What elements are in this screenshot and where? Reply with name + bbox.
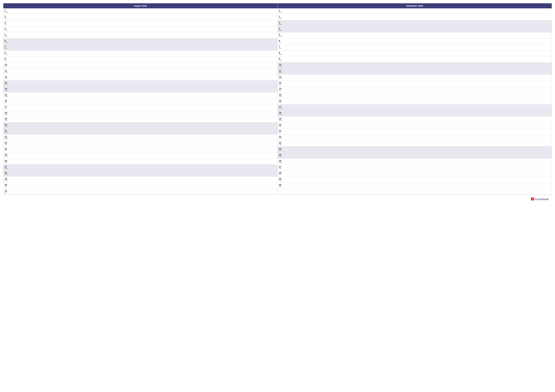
day-number: 26	[5, 160, 8, 162]
day-name: MON	[5, 54, 8, 55]
day-row[interactable]: 23DIE	[3, 141, 278, 147]
day-row[interactable]: 16FRE	[278, 99, 552, 105]
day-row[interactable]: 21SON	[3, 128, 278, 135]
day-number: 4	[5, 28, 8, 30]
day-info: 6SAM	[5, 40, 8, 43]
day-row[interactable]: 3MIT	[3, 20, 278, 26]
day-row[interactable]: 21MIT	[278, 128, 552, 135]
day-info: 12FRE	[5, 76, 8, 79]
day-name: SON	[5, 174, 8, 175]
day-name: MIT	[279, 90, 283, 91]
day-row[interactable]: 1DON	[278, 8, 552, 14]
day-row[interactable]: 25SON	[278, 153, 552, 158]
day-row[interactable]: 2FRE	[278, 14, 552, 20]
day-row[interactable]: 17SAM	[278, 105, 552, 110]
day-row[interactable]: 13DIE	[278, 80, 552, 86]
day-info: 25SON	[279, 154, 283, 157]
day-row[interactable]: 26MON	[278, 158, 552, 164]
day-row[interactable]: 1MON	[3, 8, 278, 14]
day-row[interactable]: 30FRE	[278, 183, 552, 189]
day-number: 23	[279, 142, 283, 144]
day-row[interactable]: 8DON	[278, 50, 552, 57]
day-row[interactable]: 29MON	[3, 177, 278, 183]
day-info: 1DON	[279, 9, 283, 13]
day-row[interactable]: 11SON	[278, 68, 552, 74]
day-row[interactable]: 19FRE	[3, 116, 278, 122]
day-row[interactable]: 7SON	[3, 44, 278, 50]
day-row[interactable]: 27SAM	[3, 164, 278, 171]
day-row[interactable]: 3SAM	[278, 20, 552, 26]
day-name: MIT	[279, 174, 283, 175]
day-number: 14	[279, 88, 283, 90]
day-info: 13DIE	[279, 82, 283, 85]
day-row[interactable]: 12FRE	[3, 74, 278, 80]
day-row[interactable]: 5FRE	[3, 32, 278, 38]
day-row[interactable]: 20DIE	[278, 122, 552, 128]
day-row[interactable]: 27DIE	[278, 164, 552, 171]
day-name: SAM	[279, 24, 283, 25]
day-row[interactable]: 18SON	[278, 110, 552, 116]
day-info: 14MIT	[279, 88, 283, 91]
day-number: 22	[5, 136, 8, 138]
day-name: SAM	[279, 108, 283, 109]
day-row[interactable]: 6SAM	[3, 38, 278, 44]
day-row[interactable]: 19MON	[278, 116, 552, 122]
day-row[interactable]: 18DON	[3, 110, 278, 116]
day-name: SON	[279, 114, 283, 115]
day-number: 3	[5, 21, 8, 24]
day-name: SAM	[279, 66, 283, 67]
day-info: 27SAM	[5, 166, 8, 169]
day-row[interactable]: 22DON	[278, 135, 552, 141]
day-row[interactable]: 30DIE	[3, 183, 278, 189]
day-number: 16	[279, 100, 283, 102]
day-info: 28SON	[5, 172, 8, 175]
day-info: 11SON	[279, 70, 283, 73]
day-name: SON	[5, 48, 8, 49]
day-row[interactable]: 5MON	[278, 32, 552, 38]
day-info: 3SAM	[279, 21, 283, 25]
day-row[interactable]: 2DIE	[3, 14, 278, 20]
day-row[interactable]: 8MON	[3, 50, 278, 57]
day-row[interactable]: 23FRE	[278, 141, 552, 147]
day-row[interactable]: 24SAM	[278, 147, 552, 153]
day-row[interactable]: 20SAM	[3, 122, 278, 128]
day-row[interactable]: 9DIE	[3, 57, 278, 63]
day-row[interactable]: 15DON	[278, 93, 552, 99]
day-info: 13SAM	[5, 82, 8, 85]
day-row[interactable]: 4DON	[3, 26, 278, 32]
day-row[interactable]: 28MIT	[278, 171, 552, 177]
day-row[interactable]: 14SON	[3, 86, 278, 93]
day-row[interactable]: 13SAM	[3, 80, 278, 86]
day-name: DON	[279, 180, 283, 181]
day-row[interactable]: 16DIE	[3, 99, 278, 105]
day-row[interactable]: 22MON	[3, 135, 278, 141]
day-row[interactable]: 31MIT	[3, 189, 278, 195]
day-info: 4DON	[5, 28, 8, 31]
months-wrapper: August 20221MON2DIE3MIT4DON5FRE6SAM7SON8…	[3, 3, 552, 195]
day-info: 11DON	[5, 70, 8, 73]
day-row[interactable]: 26FRE	[3, 158, 278, 164]
day-row[interactable]: 7MIT	[278, 44, 552, 50]
day-row[interactable]: 9FRE	[278, 57, 552, 63]
day-info: 18SON	[279, 112, 283, 115]
day-row[interactable]: 25DON	[3, 153, 278, 158]
day-row[interactable]: 29DON	[278, 177, 552, 183]
day-row[interactable]: 11DON	[3, 68, 278, 74]
day-number: 21	[5, 130, 8, 132]
day-row[interactable]: 14MIT	[278, 86, 552, 93]
day-row[interactable]: 10MIT	[3, 63, 278, 68]
day-row[interactable]: 17MIT	[3, 105, 278, 110]
day-row[interactable]: 10SAM	[278, 63, 552, 68]
day-number: 15	[5, 93, 8, 96]
day-row[interactable]: 12MON	[278, 74, 552, 80]
day-row[interactable]: 28SON	[3, 171, 278, 177]
month-column-0: August 20221MON2DIE3MIT4DON5FRE6SAM7SON8…	[3, 3, 278, 195]
day-row[interactable]: 24MIT	[3, 147, 278, 153]
day-row[interactable]: 4SON	[278, 26, 552, 32]
day-row[interactable]: 6DIE	[278, 38, 552, 44]
day-number: 7	[5, 45, 8, 48]
day-number: 17	[5, 106, 8, 108]
day-number: 24	[279, 148, 283, 150]
day-name: DIE	[5, 102, 8, 103]
day-row[interactable]: 15MON	[3, 93, 278, 99]
